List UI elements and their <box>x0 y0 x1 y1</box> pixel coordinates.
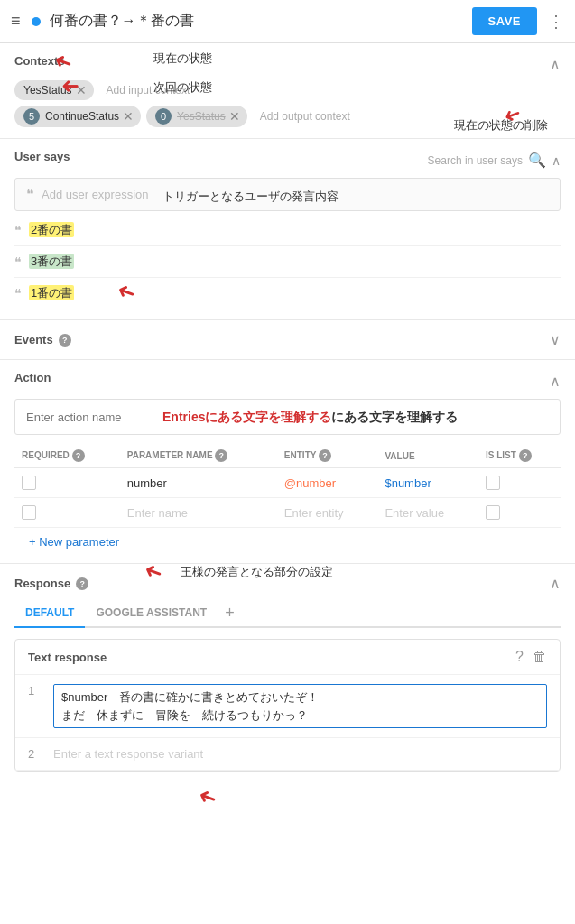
list-item: ❝ 1番の書 <box>14 278 561 309</box>
add-output-context[interactable]: Add output context <box>253 107 357 125</box>
response-help-icon[interactable]: ? <box>76 578 88 590</box>
col-required: REQUIRED ? <box>14 444 120 468</box>
context-name: ContinueStatus <box>45 110 119 123</box>
islist-help-icon[interactable]: ? <box>519 449 532 462</box>
action-name-input[interactable] <box>14 399 561 435</box>
add-user-expression-input[interactable]: ❝ Add user expression <box>14 178 561 211</box>
col-value: VALUE <box>377 444 478 468</box>
add-tab-icon[interactable]: + <box>218 600 242 626</box>
quote-mark-icon: ❝ <box>14 223 22 237</box>
expression-text: 1番の書 <box>29 285 74 301</box>
highlight-text: 3番の書 <box>29 254 74 269</box>
expression-text: 2番の書 <box>29 222 74 238</box>
response-num: 1 <box>28 684 46 698</box>
entity-help-icon[interactable]: ? <box>319 449 331 462</box>
input-context-yesstatus: YesStatus ✕ <box>14 80 94 100</box>
output-contexts-row: 5 ContinueStatus ✕ 0 YesStatus ✕ Add out… <box>14 106 561 127</box>
events-section: Events ? ∨ <box>0 320 575 360</box>
param-name-cell: number <box>120 468 277 498</box>
text-response-title: Text response <box>28 651 107 664</box>
list-item: ❝ 2番の書 <box>14 215 561 246</box>
search-area: Search in user says 🔍 ∧ <box>428 152 561 169</box>
required-checkbox[interactable] <box>22 476 36 490</box>
output-context-yesstatus: 0 YesStatus ✕ <box>146 106 247 127</box>
context-num: 5 <box>23 108 40 125</box>
menu-icon[interactable]: ≡ <box>11 12 21 31</box>
parameters-table: REQUIRED ? PARAMETER NAME ? ENTITY ? VAL… <box>14 444 561 528</box>
input-contexts-row: YesStatus ✕ Add input context <box>14 80 561 100</box>
events-title: Events ? <box>14 333 71 346</box>
param-name-help-icon[interactable]: ? <box>215 449 227 462</box>
output-context-continuestatus: 5 ContinueStatus ✕ <box>14 106 141 127</box>
action-section: Action ∧ Entriesにある文字を理解するにある文字を理解する REQ… <box>0 360 575 564</box>
add-expression-placeholder: Add user expression <box>42 188 149 201</box>
contexts-title: Contexts <box>14 54 65 68</box>
text-response-actions: ? 🗑 <box>515 649 547 665</box>
required-help-icon[interactable]: ? <box>72 449 85 462</box>
user-says-header: User says Search in user says 🔍 ∧ <box>14 150 561 171</box>
required-checkbox[interactable] <box>22 505 36 520</box>
response-num: 2 <box>28 747 46 761</box>
events-label: Events <box>14 333 53 346</box>
contexts-chevron[interactable]: ∧ <box>550 56 561 73</box>
text-response-card: Text response ? 🗑 1 $number 番の書に確かに書きとめて… <box>14 639 561 772</box>
highlight-text: 2番の書 <box>29 222 74 237</box>
value-cell: $number <box>377 468 478 498</box>
list-item: ❝ 3番の書 <box>14 246 561 278</box>
col-islist: IS LIST ? <box>478 444 561 468</box>
action-chevron[interactable]: ∧ <box>550 373 561 390</box>
response-row: 1 $number 番の書に確かに書きとめておいたぞ！まだ 休まずに 冒険を 続… <box>15 675 560 738</box>
quote-icon: ❝ <box>26 186 34 203</box>
response-section: Response ? ∧ 王様の発言となる部分の設定 DEFAULT GOOGL… <box>0 564 575 782</box>
help-icon[interactable]: ? <box>515 649 524 665</box>
response-header: Response ? ∧ <box>14 575 561 592</box>
context-num: 0 <box>155 108 172 125</box>
quote-mark-icon: ❝ <box>14 254 22 269</box>
highlight-text: 1番の書 <box>29 285 74 300</box>
response-title: Response ? <box>14 577 88 590</box>
table-row: number @number $number <box>14 468 561 498</box>
response-text-input[interactable]: $number 番の書に確かに書きとめておいたぞ！まだ 休まずに 冒険を 続ける… <box>53 684 547 728</box>
entity-placeholder[interactable]: Enter entity <box>277 498 378 528</box>
context-close-icon[interactable]: ✕ <box>123 109 134 124</box>
entity-cell: @number <box>277 468 378 498</box>
tab-google-assistant[interactable]: GOOGLE ASSISTANT <box>85 599 218 628</box>
page-title: 何番の書？→＊番の書 <box>50 12 472 31</box>
arrow-response: ➜ <box>195 782 220 812</box>
value-placeholder[interactable]: Enter value <box>377 498 478 528</box>
tab-default[interactable]: DEFAULT <box>14 599 85 628</box>
response-row: 2 Enter a text response variant <box>15 738 560 771</box>
new-parameter-button[interactable]: + New parameter <box>14 528 561 552</box>
response-tabs: DEFAULT GOOGLE ASSISTANT + <box>14 599 561 628</box>
user-says-section: User says Search in user says 🔍 ∧ ❝ Add … <box>0 139 575 320</box>
table-row: Enter name Enter entity Enter value <box>14 498 561 528</box>
search-icon[interactable]: 🔍 <box>528 152 546 169</box>
add-input-context[interactable]: Add input context <box>99 81 198 99</box>
contexts-section: Contexts ∧ YesStatus ✕ Add input context… <box>0 43 575 139</box>
islist-checkbox[interactable] <box>486 476 500 490</box>
param-name-placeholder[interactable]: Enter name <box>120 498 277 528</box>
events-chevron[interactable]: ∨ <box>550 331 561 348</box>
response-chevron[interactable]: ∧ <box>550 575 561 592</box>
col-entity: ENTITY ? <box>277 444 378 468</box>
context-name: YesStatus <box>23 84 72 97</box>
response-label: Response <box>14 577 70 590</box>
context-name: YesStatus <box>177 110 226 123</box>
header: ≡ 何番の書？→＊番の書 SAVE ⋮ <box>0 0 575 43</box>
user-says-chevron[interactable]: ∧ <box>552 153 561 168</box>
search-placeholder-text: Search in user says <box>428 154 523 167</box>
events-help-icon[interactable]: ? <box>59 334 71 346</box>
context-close-icon[interactable]: ✕ <box>76 83 87 97</box>
status-dot <box>32 17 41 26</box>
text-response-header: Text response ? 🗑 <box>15 640 560 675</box>
user-says-list: ❝ 2番の書 ❝ 3番の書 ❝ 1番の書 <box>14 215 561 309</box>
islist-checkbox[interactable] <box>486 505 500 520</box>
more-icon[interactable]: ⋮ <box>548 12 564 32</box>
delete-icon[interactable]: 🗑 <box>533 649 547 665</box>
col-param-name: PARAMETER NAME ? <box>120 444 277 468</box>
action-title: Action <box>14 371 51 384</box>
context-close-icon[interactable]: ✕ <box>229 109 240 124</box>
response-text-placeholder[interactable]: Enter a text response variant <box>53 747 547 761</box>
expression-text: 3番の書 <box>29 254 74 270</box>
save-button[interactable]: SAVE <box>472 7 537 35</box>
